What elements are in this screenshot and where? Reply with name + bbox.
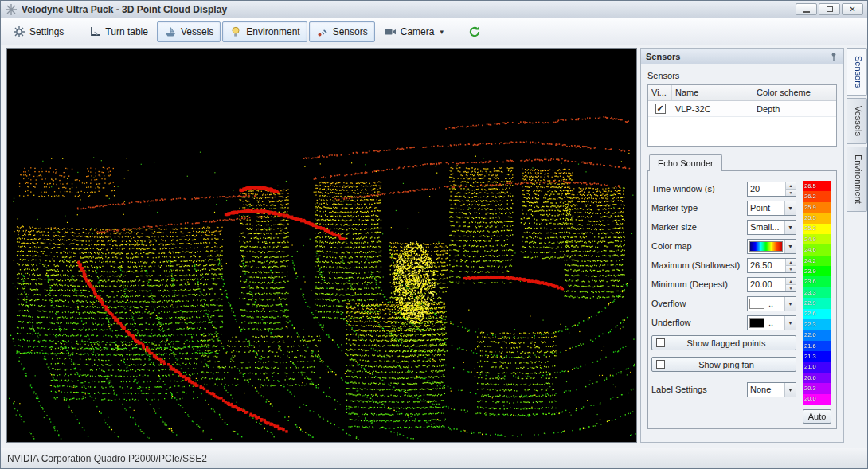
spin-down-button[interactable]: ▼ <box>786 284 796 291</box>
underflow-select[interactable]: .. ▾ <box>747 315 796 330</box>
marker-size-label: Marker size <box>651 222 747 232</box>
colorbar-tick: 22.6 <box>803 309 831 319</box>
minimize-button[interactable] <box>796 3 817 15</box>
show-ping-fan-button[interactable]: Show ping fan <box>651 357 796 372</box>
main-content: Sensors Sensors Vi... Name Color scheme <box>1 45 867 448</box>
window-title: Velodyne Ultra Puck - 3D Point Cloud Dis… <box>22 4 227 15</box>
app-window: Velodyne Ultra Puck - 3D Point Cloud Dis… <box>0 0 868 469</box>
colorbar-tick: 23.3 <box>803 287 831 298</box>
point-cloud-canvas[interactable] <box>7 49 636 442</box>
colorbar-tick: 21.3 <box>803 351 831 362</box>
color-map-row: Color map ▾ <box>651 236 796 256</box>
point-cloud-viewport <box>6 48 637 443</box>
turn-table-button[interactable]: Turn table <box>81 21 155 42</box>
auto-button[interactable]: Auto <box>803 409 831 424</box>
refresh-button[interactable] <box>461 21 488 42</box>
colorbar-tick: 20.6 <box>803 373 831 383</box>
overflow-select[interactable]: .. ▾ <box>747 296 796 311</box>
chevron-down-icon[interactable]: ▾ <box>784 240 796 253</box>
sensors-section-label: Sensors <box>647 71 837 80</box>
marker-size-row: Marker size Small... ▾ <box>651 217 796 236</box>
show-flagged-points-button[interactable]: Show flagged points <box>651 335 796 350</box>
status-text: NVIDIA Corporation Quadro P2000/PCIe/SSE… <box>7 453 207 464</box>
tab-echo-sounder[interactable]: Echo Sounder <box>649 154 722 171</box>
vessels-label: Vessels <box>181 26 213 37</box>
label-settings-label: Label Settings <box>651 385 747 394</box>
environment-label: Environment <box>246 26 299 37</box>
marker-type-select[interactable]: Point ▾ <box>747 201 796 216</box>
label-settings-select[interactable]: None ▾ <box>747 382 796 397</box>
toolbar-separator <box>76 23 76 41</box>
minimum-value: 20.00 <box>748 278 785 291</box>
spin-up-button[interactable]: ▲ <box>786 182 796 189</box>
dock-tab-sensors[interactable]: Sensors <box>847 48 867 96</box>
color-map-select[interactable]: ▾ <box>747 239 796 254</box>
colorbar-tick: 26.5 <box>803 181 831 191</box>
maximum-row: Maximum (Shallowest) 26.50 ▲▼ <box>651 256 796 275</box>
marker-size-select[interactable]: Small... ▾ <box>747 220 796 235</box>
spin-down-button[interactable]: ▼ <box>786 189 796 196</box>
colorbar-tick: 24.2 <box>803 256 831 266</box>
chevron-down-icon[interactable]: ▾ <box>784 201 796 215</box>
maximize-button[interactable] <box>819 3 840 15</box>
minimum-input[interactable]: 20.00 ▲▼ <box>747 277 796 292</box>
minimize-icon <box>803 11 810 13</box>
echo-sounder-group: Time window (s) 20 ▲▼ Marker type Point … <box>647 170 837 429</box>
environment-button[interactable]: Environment <box>222 21 307 42</box>
pin-icon[interactable] <box>829 52 839 61</box>
chevron-down-icon[interactable]: ▾ <box>784 316 796 330</box>
spin-up-button[interactable]: ▲ <box>786 278 796 284</box>
echo-sounder-form: Time window (s) 20 ▲▼ Marker type Point … <box>651 179 796 424</box>
marker-type-label: Marker type <box>651 203 747 213</box>
dock-tab-vessels[interactable]: Vessels <box>847 98 867 144</box>
overflow-suffix: .. <box>766 297 784 311</box>
chevron-down-icon[interactable]: ▾ <box>784 297 796 311</box>
dock-tab-environment[interactable]: Environment <box>847 147 867 212</box>
tab-row: Echo Sounder <box>647 154 837 171</box>
camera-label: Camera <box>401 26 435 37</box>
colorbar-tick: 24.6 <box>803 244 831 255</box>
titlebar: Velodyne Ultra Puck - 3D Point Cloud Dis… <box>1 1 867 18</box>
table-row[interactable]: ✓ VLP-32C Depth <box>648 101 836 117</box>
settings-button[interactable]: Settings <box>6 21 71 42</box>
close-button[interactable]: ✕ <box>842 3 863 15</box>
spin-up-button[interactable]: ▲ <box>786 259 796 265</box>
column-header-visible[interactable]: Vi... <box>648 85 672 100</box>
overflow-row: Overflow .. ▾ <box>651 294 796 313</box>
colorbar-tick: 25.5 <box>803 213 831 223</box>
colorbar-tick: 20.0 <box>803 394 831 405</box>
column-header-name[interactable]: Name <box>672 85 753 100</box>
time-window-input[interactable]: 20 ▲▼ <box>747 182 796 197</box>
turn-table-label: Turn table <box>105 26 148 37</box>
toolbar: Settings Turn table Vessels Environment <box>1 18 867 45</box>
sensors-button[interactable]: Sensors <box>309 21 375 42</box>
close-icon: ✕ <box>849 6 855 14</box>
colorbar-tick: 21.0 <box>803 362 831 372</box>
vessels-button[interactable]: Vessels <box>157 21 221 42</box>
colorbar-tick: 25.2 <box>803 224 831 234</box>
maximum-input[interactable]: 26.50 ▲▼ <box>747 258 796 273</box>
status-bar: NVIDIA Corporation Quadro P2000/PCIe/SSE… <box>1 448 867 468</box>
camera-button[interactable]: Camera ▾ <box>377 21 451 42</box>
time-window-row: Time window (s) 20 ▲▼ <box>651 179 796 198</box>
sensor-icon <box>316 25 329 38</box>
marker-type-row: Marker type Point ▾ <box>651 198 796 217</box>
label-settings-value: None <box>748 383 784 397</box>
spin-down-button[interactable]: ▼ <box>786 265 796 272</box>
settings-label: Settings <box>29 26 64 37</box>
colorbar-tick: 24.9 <box>803 234 831 244</box>
sensor-table: Vi... Name Color scheme ✓ VLP-32C Depth <box>647 84 837 147</box>
time-window-label: Time window (s) <box>651 184 747 193</box>
chevron-down-icon[interactable]: ▾ <box>784 221 796 234</box>
visible-checkbox[interactable]: ✓ <box>655 104 666 114</box>
colorbar-tick: 22.3 <box>803 319 831 330</box>
check-icon: ✓ <box>656 104 663 113</box>
sensor-name: VLP-32C <box>672 104 753 114</box>
column-header-color-scheme[interactable]: Color scheme <box>753 85 836 100</box>
time-window-value: 20 <box>748 182 785 196</box>
label-settings-row: Label Settings None ▾ <box>651 380 796 399</box>
camera-icon <box>384 25 397 38</box>
toolbar-separator <box>456 23 456 41</box>
chevron-down-icon[interactable]: ▾ <box>784 383 796 397</box>
marker-size-value: Small... <box>748 221 784 234</box>
